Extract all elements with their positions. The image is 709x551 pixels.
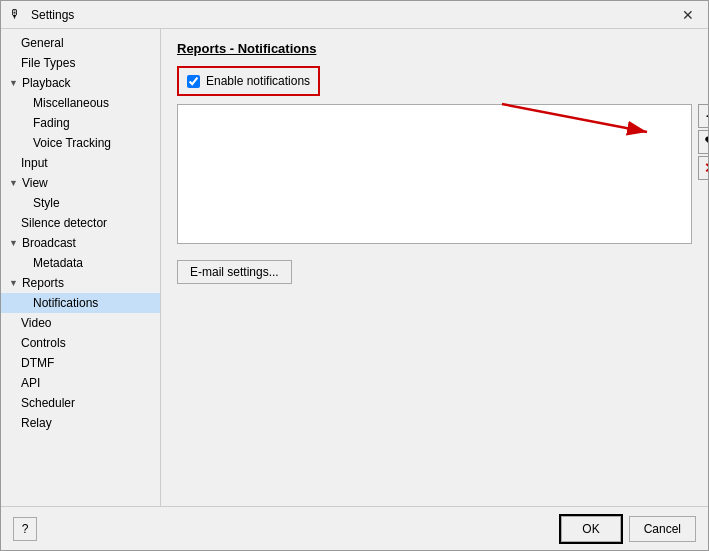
sidebar-item-input[interactable]: Input [1,153,160,173]
cancel-button[interactable]: Cancel [629,516,696,542]
sidebar-item-general[interactable]: General [1,33,160,53]
ok-button[interactable]: OK [561,516,620,542]
caret-icon: ▼ [9,278,18,288]
sidebar-item-api[interactable]: API [1,373,160,393]
sidebar-item-controls[interactable]: Controls [1,333,160,353]
caret-icon: ▼ [9,78,18,88]
title-bar: 🎙 Settings ✕ [1,1,708,29]
sidebar: General File Types ▼Playback Miscellaneo… [1,29,161,506]
sidebar-item-metadata[interactable]: Metadata [1,253,160,273]
bottom-right-buttons: OK Cancel [561,516,696,542]
sidebar-item-broadcast[interactable]: ▼Broadcast [1,233,160,253]
sidebar-item-relay[interactable]: Relay [1,413,160,433]
delete-button[interactable]: ✕ [698,156,708,180]
add-button[interactable]: + [698,104,708,128]
settings-window: 🎙 Settings ✕ General File Types ▼Playbac… [0,0,709,551]
main-content: General File Types ▼Playback Miscellaneo… [1,29,708,506]
enable-notifications-row: Enable notifications [177,66,320,96]
caret-icon: ▼ [9,238,18,248]
sidebar-item-fading[interactable]: Fading [1,113,160,133]
email-settings-button[interactable]: E-mail settings... [177,260,292,284]
window-title: Settings [31,8,74,22]
sidebar-item-dtmf[interactable]: DTMF [1,353,160,373]
notifications-list [177,104,692,244]
sidebar-item-scheduler[interactable]: Scheduler [1,393,160,413]
enable-notifications-checkbox[interactable] [187,75,200,88]
sidebar-item-view[interactable]: ▼View [1,173,160,193]
close-button[interactable]: ✕ [676,5,700,25]
sidebar-item-file-types[interactable]: File Types [1,53,160,73]
main-panel: Reports - Notifications Enable notificat… [161,29,708,506]
caret-icon: ▼ [9,178,18,188]
enable-notifications-label: Enable notifications [206,74,310,88]
sidebar-item-reports[interactable]: ▼Reports [1,273,160,293]
sidebar-item-miscellaneous[interactable]: Miscellaneous [1,93,160,113]
app-icon: 🎙 [9,7,25,23]
sidebar-item-voice-tracking[interactable]: Voice Tracking [1,133,160,153]
sidebar-item-silence-detector[interactable]: Silence detector [1,213,160,233]
sidebar-item-style[interactable]: Style [1,193,160,213]
sidebar-item-playback[interactable]: ▼Playback [1,73,160,93]
help-button[interactable]: ? [13,517,37,541]
edit-button[interactable]: ✎ [698,130,708,154]
panel-title: Reports - Notifications [177,41,692,56]
sidebar-item-notifications[interactable]: Notifications [1,293,160,313]
sidebar-item-video[interactable]: Video [1,313,160,333]
title-bar-left: 🎙 Settings [9,7,74,23]
bottom-bar: ? OK Cancel [1,506,708,550]
